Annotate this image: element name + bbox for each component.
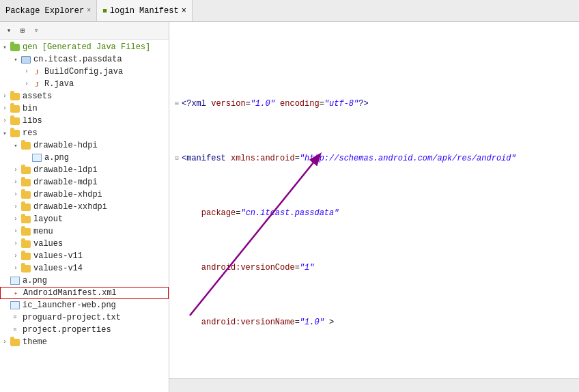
label-a-png-hdpi: a.png	[44, 153, 69, 163]
arrow-assets: ›	[0, 93, 10, 100]
label-values: values	[33, 239, 63, 249]
label-rjava: R.java	[44, 79, 74, 89]
editor-tab-label: login Manifest	[110, 6, 179, 16]
folder-icon-res	[10, 128, 20, 139]
java-icon-rjava: J	[31, 79, 42, 89]
folder-icon-drawable-ldpi	[20, 165, 31, 176]
folder-icon-drawable-xhdpi	[20, 189, 31, 200]
tree-item-cn-itcast[interactable]: ▾ cn.itcast.passdata	[0, 53, 169, 66]
arrow-drawable-hdpi: ▾	[11, 142, 20, 150]
folder-icon-gen	[10, 42, 20, 53]
arrow-res: ▾	[0, 130, 10, 137]
label-project-props: project.properties	[23, 325, 111, 335]
view-menu-button[interactable]: ▿	[30, 25, 42, 37]
editor-panel: ⊟ <?xml version="1.0" encoding="utf-8"?>…	[169, 22, 579, 392]
arrow-drawable-xhdpi: ›	[11, 191, 20, 198]
tree-item-gen[interactable]: ▾ gen [Generated Java Files]	[0, 41, 169, 53]
label-drawable-xhdpi: drawable-xhdpi	[33, 190, 102, 199]
label-menu: menu	[33, 227, 53, 236]
java-icon-buildconfig: J	[31, 66, 42, 77]
tree-item-drawable-mdpi[interactable]: › drawable-mdpi	[0, 176, 169, 188]
tree-item-buildconfig[interactable]: › J BuildConfig.java	[0, 66, 169, 78]
package-explorer-close[interactable]: ×	[87, 7, 91, 14]
png-icon-ic-launcher	[10, 300, 20, 311]
xml-icon-android-manifest: ✦	[10, 288, 21, 298]
label-layout: layout	[33, 214, 63, 224]
tree-item-values[interactable]: › values	[0, 238, 169, 250]
folder-icon-values-v14	[20, 263, 31, 274]
tree-item-menu[interactable]: › menu	[0, 225, 169, 238]
arrow-gen: ▾	[0, 44, 10, 51]
line-content-2: <manifest xmlns:android="http://schemas.…	[182, 153, 576, 164]
editor-tab-close[interactable]: ×	[182, 6, 186, 16]
png-icon-a-root	[10, 275, 20, 286]
tree-item-project-props[interactable]: ≡ project.properties	[0, 324, 169, 336]
arrow-buildconfig: ›	[22, 68, 31, 75]
fold-1[interactable]: ⊟	[172, 98, 182, 109]
tree-item-libs[interactable]: › libs	[0, 115, 169, 127]
txt-icon-project-props: ≡	[10, 324, 20, 335]
folder-icon-drawable-xxhdpi	[20, 201, 31, 212]
tree-item-drawable-ldpi[interactable]: › drawable-ldpi	[0, 164, 169, 176]
label-libs: libs	[23, 116, 42, 126]
arrow-libs: ›	[0, 117, 10, 124]
code-line-5: android:versionName="1.0" >	[172, 317, 576, 328]
arrow-values: ›	[11, 240, 20, 247]
tree-item-a-png-hdpi[interactable]: a.png	[0, 152, 169, 164]
arrow-bin: ›	[0, 105, 10, 112]
tree-item-drawable-xxhdpi[interactable]: › drawable-xxhdpi	[0, 201, 169, 213]
code-line-4: android:versionCode="1"	[172, 262, 576, 273]
package-explorer-tab[interactable]: Package Explorer ×	[0, 0, 97, 21]
tree-item-a-png-root[interactable]: a.png	[0, 275, 169, 287]
package-icon-cn-itcast	[20, 54, 31, 65]
tree-item-layout[interactable]: › layout	[0, 213, 169, 225]
fold-2[interactable]: ⊟	[172, 153, 182, 164]
arrow-values-v14: ›	[11, 265, 20, 272]
tree-item-drawable-xhdpi[interactable]: › drawable-xhdpi	[0, 188, 169, 201]
arrow-theme: ›	[0, 339, 10, 346]
editor-tab-bar: ■ login Manifest ×	[97, 0, 579, 21]
editor-content[interactable]: ⊟ <?xml version="1.0" encoding="utf-8"?>…	[169, 22, 579, 378]
label-cn-itcast: cn.itcast.passdata	[33, 55, 122, 64]
tree-item-values-v11[interactable]: › values-v11	[0, 250, 169, 262]
tree-item-rjava[interactable]: › J R.java	[0, 78, 169, 90]
folder-icon-values	[20, 238, 31, 249]
label-assets: assets	[23, 92, 52, 101]
txt-icon-proguard: ≡	[10, 312, 20, 323]
collapse-all-button[interactable]: ▾	[3, 25, 15, 37]
tree-item-bin[interactable]: › bin	[0, 102, 169, 115]
tree-item-drawable-hdpi[interactable]: ▾ drawable-hdpi	[0, 139, 169, 152]
tree-item-values-v14[interactable]: › values-v14	[0, 262, 169, 275]
folder-icon-assets	[10, 91, 20, 102]
tree-item-theme[interactable]: › theme	[0, 336, 169, 348]
status-bar	[169, 378, 579, 392]
package-explorer-tab-label: Package Explorer	[5, 6, 84, 16]
folder-icon-libs	[10, 115, 20, 126]
tree-item-ic-launcher[interactable]: ic_launcher-web.png	[0, 299, 169, 311]
pe-tree: ▾ gen [Generated Java Files] ▾ cn.itcast…	[0, 40, 169, 392]
arrow-rjava: ›	[22, 81, 31, 87]
folder-icon-drawable-mdpi	[20, 177, 31, 188]
label-res: res	[23, 128, 38, 138]
arrow-cn-itcast: ▾	[11, 56, 20, 64]
package-explorer-panel: ▾ ⊞ ▿ ▾ gen [Generated Java Files] ▾ cn.…	[0, 22, 169, 392]
label-theme: theme	[23, 337, 47, 347]
arrow-values-v11: ›	[11, 253, 20, 260]
label-a-png-root: a.png	[23, 276, 47, 285]
tree-item-res[interactable]: ▾ res	[0, 127, 169, 139]
main-content: ▾ ⊞ ▿ ▾ gen [Generated Java Files] ▾ cn.…	[0, 22, 579, 392]
xml-tab-icon: ■	[102, 7, 107, 15]
line-content-1: <?xml version="1.0" encoding="utf-8"?>	[182, 98, 576, 109]
tree-item-assets[interactable]: › assets	[0, 90, 169, 102]
arrow-layout: ›	[11, 216, 20, 223]
code-lines: ⊟ <?xml version="1.0" encoding="utf-8"?>…	[169, 22, 579, 378]
label-drawable-xxhdpi: drawable-xxhdpi	[33, 202, 107, 212]
arrow-drawable-xxhdpi: ›	[11, 204, 20, 210]
folder-icon-bin	[10, 103, 20, 114]
tree-item-android-manifest[interactable]: ✦ AndroidManifest.xml	[0, 287, 169, 299]
link-with-editor-button[interactable]: ⊞	[16, 25, 29, 37]
editor-tab-manifest[interactable]: ■ login Manifest ×	[97, 0, 193, 21]
code-line-2: ⊟ <manifest xmlns:android="http://schema…	[172, 153, 576, 164]
tree-item-proguard[interactable]: ≡ proguard-project.txt	[0, 311, 169, 324]
label-drawable-hdpi: drawable-hdpi	[33, 141, 98, 150]
